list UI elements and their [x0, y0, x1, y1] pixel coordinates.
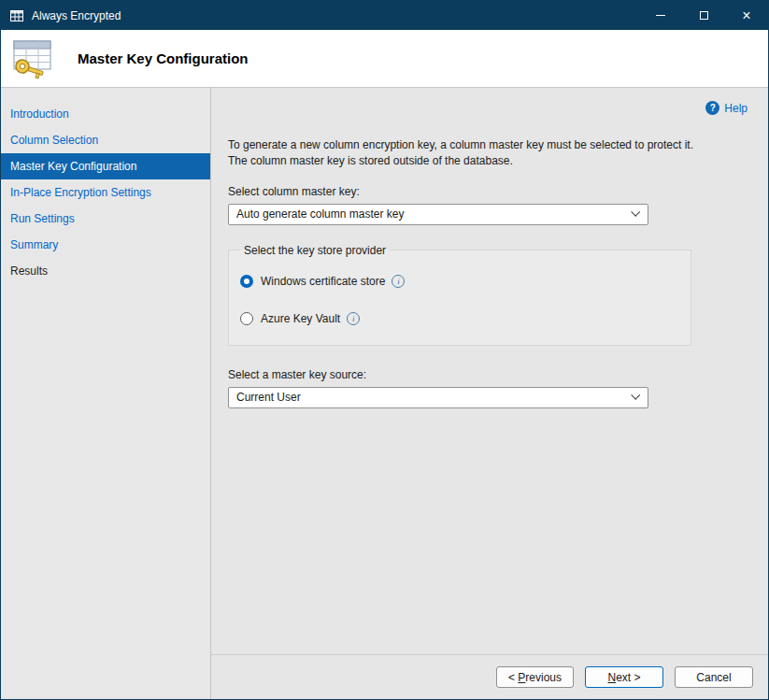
wizard-header: Master Key Configuration — [1, 30, 768, 88]
info-icon-windows-certificate-store[interactable]: i — [392, 275, 405, 288]
column-master-key-value: Auto generate column master key — [236, 207, 404, 221]
master-key-source-value: Current User — [236, 391, 301, 404]
sidebar-item-summary[interactable]: Summary — [1, 232, 210, 258]
sidebar-item-introduction[interactable]: Introduction — [1, 101, 210, 127]
minimize-icon — [656, 15, 665, 16]
chevron-down-icon — [631, 207, 640, 217]
radio-row-azure-key-vault[interactable]: Azure Key Vault i — [240, 309, 691, 328]
master-key-source-select[interactable]: Current User — [228, 387, 648, 408]
always-encrypted-window: Always Encrypted × — [0, 0, 769, 700]
main-panel: ? Help To generate a new column encrypti… — [211, 88, 768, 699]
column-master-key-label: Select column master key: — [228, 185, 748, 198]
cancel-button[interactable]: Cancel — [675, 666, 753, 688]
radio-button-azure-key-vault[interactable] — [240, 312, 253, 325]
close-button[interactable]: × — [725, 1, 768, 30]
wizard-body: Introduction Column Selection Master Key… — [1, 88, 768, 699]
close-icon: × — [742, 8, 750, 23]
minimize-button[interactable] — [639, 1, 682, 30]
previous-button[interactable]: < Previous — [496, 666, 574, 688]
sidebar-item-results: Results — [1, 258, 210, 284]
sidebar-item-run-settings[interactable]: Run Settings — [1, 206, 210, 232]
key-store-provider-legend: Select the key store provider — [240, 244, 390, 257]
next-button[interactable]: Next > — [585, 666, 663, 688]
table-key-icon — [10, 37, 55, 80]
app-icon — [9, 8, 24, 23]
previous-label-prefix: < — [508, 671, 518, 684]
radio-label-windows-certificate-store: Windows certificate store — [261, 275, 385, 288]
help-link[interactable]: ? Help — [705, 101, 748, 115]
sidebar-item-master-key-configuration[interactable]: Master Key Configuration — [1, 153, 210, 179]
info-icon-azure-key-vault[interactable]: i — [347, 312, 360, 325]
radio-button-windows-certificate-store[interactable] — [240, 275, 253, 288]
help-icon: ? — [705, 101, 719, 115]
previous-label-suffix: revious — [525, 671, 562, 684]
master-key-source-label: Select a master key source: — [228, 368, 748, 381]
radio-row-windows-certificate-store[interactable]: Windows certificate store i — [240, 272, 691, 291]
sidebar-item-in-place-encryption-settings[interactable]: In-Place Encryption Settings — [1, 179, 210, 206]
titlebar: Always Encrypted × — [1, 1, 768, 30]
help-label: Help — [724, 102, 748, 115]
description-text: To generate a new column encryption key,… — [228, 137, 700, 170]
next-label-mnemonic: N — [607, 671, 616, 684]
maximize-button[interactable] — [682, 1, 725, 30]
page-title: Master Key Configuration — [78, 50, 249, 66]
maximize-icon — [700, 11, 708, 20]
window-controls: × — [639, 1, 768, 30]
chevron-down-icon — [631, 391, 640, 400]
sidebar-item-column-selection[interactable]: Column Selection — [1, 127, 210, 153]
help-row: ? Help — [228, 88, 748, 115]
key-store-provider-group: Select the key store provider Windows ce… — [228, 244, 691, 346]
wizard-footer: < Previous Next > Cancel — [211, 654, 768, 699]
column-master-key-select[interactable]: Auto generate column master key — [228, 204, 648, 225]
window-title: Always Encrypted — [32, 9, 121, 22]
wizard-steps-sidebar: Introduction Column Selection Master Key… — [1, 88, 211, 699]
next-label-suffix: ext > — [616, 671, 640, 684]
radio-label-azure-key-vault: Azure Key Vault — [261, 312, 340, 325]
